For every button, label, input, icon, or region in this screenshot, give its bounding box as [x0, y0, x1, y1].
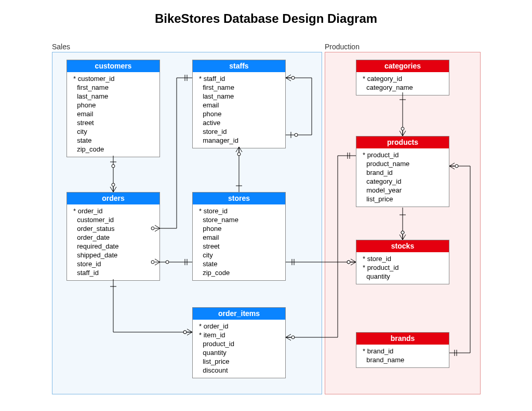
table-header-brands: brands — [356, 333, 449, 345]
column: product_id — [193, 339, 285, 348]
table-header-stores: stores — [193, 193, 285, 204]
column: * item_id — [193, 331, 285, 339]
table-header-categories: categories — [356, 60, 449, 72]
column: * store_id — [356, 254, 449, 263]
column: email — [67, 109, 159, 118]
column: brand_id — [356, 168, 449, 177]
column: staff_id — [67, 268, 159, 277]
column: active — [193, 118, 285, 127]
column: * order_id — [67, 207, 159, 215]
column: brand_name — [356, 355, 449, 364]
column: first_name — [193, 83, 285, 92]
table-header-staffs: staffs — [193, 60, 285, 72]
column: discount — [193, 366, 285, 375]
table-header-stocks: stocks — [356, 240, 449, 252]
column: email — [193, 101, 285, 109]
column: customer_id — [67, 215, 159, 224]
column: zip_code — [67, 145, 159, 154]
column: category_name — [356, 83, 449, 92]
schema-label-sales: Sales — [52, 43, 70, 51]
column: street — [67, 118, 159, 127]
column: phone — [193, 224, 285, 233]
table-stores: stores * store_id store_name phone email… — [192, 192, 286, 281]
column: first_name — [67, 83, 159, 92]
column: store_id — [193, 127, 285, 136]
column: * category_id — [356, 74, 449, 83]
column: * order_id — [193, 322, 285, 331]
table-header-products: products — [356, 136, 449, 148]
table-staffs: staffs * staff_id first_name last_name e… — [192, 60, 286, 148]
table-header-order-items: order_items — [193, 308, 285, 320]
column: product_name — [356, 159, 449, 168]
table-stocks: stocks * store_id* product_id quantity — [356, 240, 449, 284]
column: street — [193, 242, 285, 251]
column: last_name — [67, 92, 159, 101]
table-columns-staffs: * staff_id first_name last_name email ph… — [193, 72, 285, 148]
column: quantity — [356, 272, 449, 281]
table-columns-customers: * customer_id first_name last_name phone… — [67, 72, 159, 157]
column: email — [193, 233, 285, 242]
column: order_date — [67, 233, 159, 242]
column: city — [67, 127, 159, 136]
table-columns-brands: * brand_id brand_name — [356, 345, 449, 367]
column: last_name — [193, 92, 285, 101]
table-columns-stocks: * store_id* product_id quantity — [356, 252, 449, 284]
column: phone — [67, 101, 159, 109]
table-header-orders: orders — [67, 193, 159, 204]
column: required_date — [67, 242, 159, 251]
column: city — [193, 251, 285, 259]
table-columns-stores: * store_id store_name phone email street… — [193, 204, 285, 280]
column: * customer_id — [67, 74, 159, 83]
table-columns-order-items: * order_id* item_id product_id quantity … — [193, 320, 285, 378]
column: shipped_date — [67, 251, 159, 259]
table-order-items: order_items * order_id* item_id product_… — [192, 307, 286, 378]
table-columns-categories: * category_id category_name — [356, 72, 449, 95]
table-brands: brands * brand_id brand_name — [356, 332, 449, 368]
column: * product_id — [356, 150, 449, 159]
column: manager_id — [193, 136, 285, 145]
column: quantity — [193, 348, 285, 357]
column: phone — [193, 109, 285, 118]
column: list_price — [193, 357, 285, 366]
table-columns-products: * product_id product_name brand_id categ… — [356, 148, 449, 207]
column: * brand_id — [356, 347, 449, 355]
column: state — [193, 259, 285, 268]
column: store_id — [67, 259, 159, 268]
column: state — [67, 136, 159, 145]
table-columns-orders: * order_id customer_id order_status orde… — [67, 204, 159, 280]
table-customers: customers * customer_id first_name last_… — [66, 60, 160, 157]
column: * store_id — [193, 207, 285, 215]
column: order_status — [67, 224, 159, 233]
column: model_year — [356, 186, 449, 195]
table-orders: orders * order_id customer_id order_stat… — [66, 192, 160, 281]
column: category_id — [356, 177, 449, 186]
column: * product_id — [356, 263, 449, 272]
schema-label-production: Production — [325, 43, 360, 51]
diagram-title: BikeStores Database Design Diagram — [0, 11, 532, 26]
column: zip_code — [193, 268, 285, 277]
table-header-customers: customers — [67, 60, 159, 72]
column: store_name — [193, 215, 285, 224]
table-products: products * product_id product_name brand… — [356, 136, 449, 207]
column: * staff_id — [193, 74, 285, 83]
table-categories: categories * category_id category_name — [356, 60, 449, 95]
column: list_price — [356, 195, 449, 203]
